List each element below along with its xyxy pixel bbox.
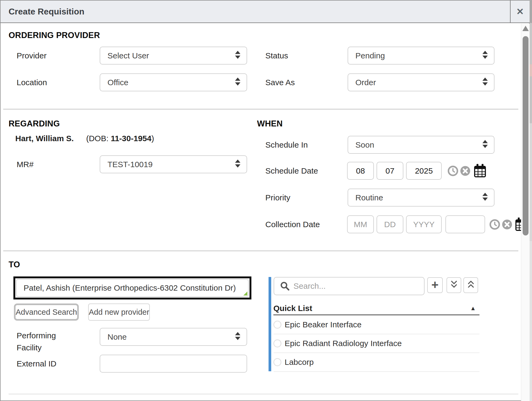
add-new-provider-label: Add new provider — [89, 308, 149, 317]
updown-icon — [482, 140, 488, 150]
updown-icon — [235, 332, 241, 342]
recipient-value: Patel, Ashish (Enterprise Orthopedics-63… — [24, 283, 236, 293]
quick-list-item-label: Labcorp — [285, 358, 314, 367]
schedule-date-day-input[interactable] — [377, 162, 403, 180]
quick-list-item[interactable]: Epic Beaker Interface — [273, 316, 479, 334]
recipient-select-highlighted[interactable]: Patel, Ashish (Enterprise Orthopedics-63… — [13, 276, 251, 299]
scrollbar-thumb[interactable] — [523, 36, 529, 235]
schedule-date-clock-icon[interactable] — [448, 166, 458, 176]
updown-icon — [482, 51, 488, 61]
section-divider — [3, 109, 518, 110]
priority-value: Routine — [355, 193, 383, 202]
schedule-in-label: Schedule In — [265, 136, 308, 154]
location-value: Office — [107, 78, 128, 87]
schedule-in-select[interactable]: Soon — [348, 136, 494, 154]
close-button[interactable]: ✕ — [511, 1, 530, 23]
collapse-all-button[interactable] — [463, 277, 478, 293]
mr-value: TEST-10019 — [107, 160, 152, 169]
expand-all-button[interactable] — [447, 277, 461, 293]
when-heading: WHEN — [257, 119, 283, 129]
updown-icon — [482, 77, 488, 87]
search-icon — [280, 281, 290, 291]
schedule-date-year-input[interactable] — [406, 162, 442, 180]
performing-facility-select[interactable]: None — [100, 328, 247, 346]
location-select[interactable]: Office — [100, 73, 247, 91]
external-id-label: External ID — [17, 355, 56, 373]
collection-date-day-input[interactable] — [377, 215, 403, 233]
updown-icon — [235, 51, 241, 61]
schedule-date-label: Schedule Date — [265, 162, 318, 180]
provider-search-input[interactable] — [293, 281, 424, 291]
radio-icon[interactable] — [273, 339, 281, 347]
add-new-provider-button[interactable]: Add new provider — [88, 303, 150, 321]
provider-search-box — [274, 277, 425, 295]
quick-list-item[interactable]: Labcorp — [273, 353, 479, 371]
updown-icon — [482, 193, 488, 203]
status-value: Pending — [355, 51, 385, 60]
bottom-divider — [9, 394, 518, 394]
quick-list-heading: Quick List — [273, 304, 312, 313]
plus-icon: + — [431, 279, 439, 291]
dob-prefix: (DOB: — [86, 134, 111, 143]
collection-date-year-input[interactable] — [406, 215, 442, 233]
to-heading: TO — [9, 260, 20, 269]
provider-value: Select User — [107, 51, 149, 60]
scrollbar-up-arrow-icon[interactable] — [522, 26, 529, 31]
scrollbar[interactable] — [521, 24, 530, 401]
collection-date-clear-icon[interactable] — [502, 219, 512, 230]
quick-list-underline — [273, 314, 479, 315]
list-divider — [274, 371, 479, 372]
patient-name: Hart, William S. — [15, 134, 74, 143]
add-provider-button[interactable]: + — [427, 277, 443, 293]
schedule-date-calendar-icon[interactable] — [474, 164, 486, 178]
quick-list-collapse-icon[interactable]: ▲ — [470, 305, 476, 312]
provider-select[interactable]: Select User — [100, 47, 247, 65]
close-icon: ✕ — [516, 6, 524, 17]
mr-label: MR# — [17, 155, 34, 173]
titlebar: Create Requisition ✕ — [1, 1, 530, 23]
double-chevron-down-icon — [450, 280, 458, 290]
external-id-input[interactable] — [100, 355, 247, 373]
background-page-edge — [530, 0, 532, 401]
panel-accent-bar — [269, 277, 271, 371]
quick-list-item-label: Epic Beaker Interface — [285, 320, 362, 329]
advanced-search-button[interactable]: Advanced Search — [14, 303, 79, 321]
schedule-in-value: Soon — [355, 140, 374, 149]
dob-suffix: ) — [151, 134, 154, 143]
section-divider — [3, 250, 518, 251]
provider-label: Provider — [17, 47, 47, 65]
quick-list-item-label: Epic Radiant Radiology Interface — [285, 339, 402, 348]
collection-date-label: Collection Date — [265, 215, 320, 233]
status-label: Status — [265, 47, 288, 65]
dialog-title: Create Requisition — [9, 1, 84, 23]
collection-date-time-input[interactable] — [445, 215, 485, 233]
updown-icon — [235, 77, 241, 87]
collection-date-month-input[interactable] — [347, 215, 374, 233]
patient-dob: 11-30-1954 — [111, 134, 151, 143]
create-requisition-dialog: Create Requisition ✕ ORDERING PROVIDER P… — [0, 0, 532, 401]
performing-facility-value: None — [107, 332, 127, 342]
save-as-value: Order — [355, 78, 376, 87]
status-select[interactable]: Pending — [348, 47, 494, 65]
radio-icon[interactable] — [273, 321, 281, 329]
advanced-search-label: Advanced Search — [16, 308, 77, 317]
updown-icon — [235, 159, 241, 169]
schedule-date-month-input[interactable] — [347, 162, 374, 180]
schedule-date-clear-icon[interactable] — [460, 166, 471, 176]
location-label: Location — [17, 73, 47, 91]
resize-grip-icon[interactable] — [243, 291, 247, 295]
collection-date-clock-icon[interactable] — [489, 219, 500, 230]
radio-icon[interactable] — [273, 358, 281, 366]
double-chevron-up-icon — [467, 280, 475, 290]
save-as-select[interactable]: Order — [348, 73, 494, 91]
priority-label: Priority — [265, 189, 290, 207]
mr-select[interactable]: TEST-10019 — [100, 155, 247, 173]
patient-line: Hart, William S. (DOB: 11-30-1954) — [15, 134, 154, 143]
ordering-provider-heading: ORDERING PROVIDER — [9, 31, 100, 40]
performing-facility-label: Performing Facility — [17, 329, 78, 354]
modal-window: Create Requisition ✕ ORDERING PROVIDER P… — [0, 0, 530, 401]
save-as-label: Save As — [265, 73, 295, 91]
regarding-heading: REGARDING — [9, 119, 60, 129]
quick-list-item[interactable]: Epic Radiant Radiology Interface — [273, 334, 479, 353]
priority-select[interactable]: Routine — [348, 189, 494, 207]
